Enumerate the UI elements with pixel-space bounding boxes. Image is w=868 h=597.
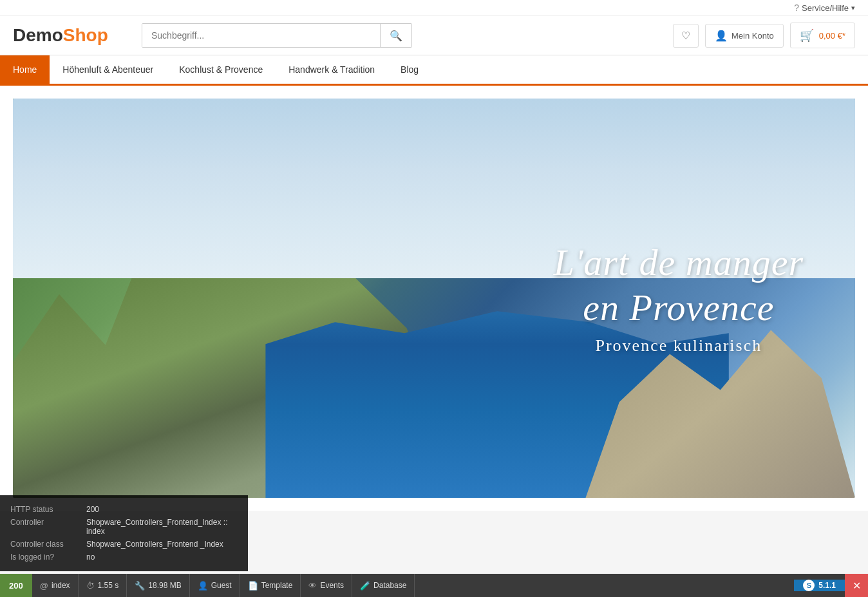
nav-item-home[interactable]: Home <box>0 55 50 86</box>
status-time-label: 1.55 s <box>98 581 119 590</box>
header-actions: ♡ 👤 Mein Konto 🛒 0,00 €* <box>673 23 855 48</box>
debug-panel: HTTP status 200 Controller Shopware_Cont… <box>0 495 248 571</box>
debug-label-http: HTTP status <box>10 505 81 514</box>
debug-row-http: HTTP status 200 <box>10 503 238 516</box>
template-icon: 📄 <box>248 581 258 591</box>
hero-subtitle: Provence kulinarisch <box>554 337 804 356</box>
status-events-label: Events <box>320 581 344 590</box>
header: Demo Shop 🔍 ♡ 👤 Mein Konto 🛒 0,00 €* <box>0 16 868 55</box>
debug-label-logged-in: Is logged in? <box>10 553 81 562</box>
nav-item-handwerk[interactable]: Handwerk & Tradition <box>276 55 388 86</box>
nav-item-hoehenluft[interactable]: Höhenluft & Abenteuer <box>50 55 166 86</box>
status-template-label: Template <box>261 581 293 590</box>
status-template[interactable]: 📄 Template <box>240 574 301 597</box>
debug-row-controller: Controller Shopware_Controllers_Frontend… <box>10 516 238 538</box>
help-icon: ? <box>794 3 799 13</box>
debug-row-controller-class: Controller class Shopware_Controllers_Fr… <box>10 538 238 551</box>
nav-item-kochlust[interactable]: Kochlust & Provence <box>166 55 276 86</box>
debug-row-logged-in: Is logged in? no <box>10 551 238 564</box>
debug-value-logged-in: no <box>86 553 95 562</box>
search-button[interactable]: 🔍 <box>380 24 411 47</box>
main-content: L'art de manger en Provence Provence kul… <box>0 86 868 511</box>
debug-value-controller: Shopware_Controllers_Frontend_Index :: i… <box>86 518 238 536</box>
shopware-badge[interactable]: S 5.1.1 <box>794 580 845 591</box>
user-icon: 👤 <box>198 581 208 591</box>
status-database-label: Database <box>373 581 406 590</box>
account-button[interactable]: 👤 Mein Konto <box>705 24 784 48</box>
status-right: S 5.1.1 ✕ <box>794 574 868 597</box>
status-index-label: index <box>52 581 70 590</box>
chevron-down-icon: ▾ <box>851 4 855 12</box>
search-input[interactable] <box>142 24 380 47</box>
logo-demo-text: Demo <box>13 25 63 46</box>
status-time[interactable]: ⏱ 1.55 s <box>79 574 127 597</box>
person-icon: 👤 <box>715 30 728 42</box>
status-user-label: Guest <box>211 581 232 590</box>
debug-value-http: 200 <box>86 505 99 514</box>
hero-banner: L'art de manger en Provence Provence kul… <box>13 99 855 498</box>
debug-label-controller: Controller <box>10 518 81 536</box>
heart-icon: ♡ <box>681 30 690 41</box>
clock-icon: ⏱ <box>86 581 95 591</box>
cart-price: 0,00 €* <box>819 31 845 41</box>
status-database[interactable]: 🧪 Database <box>352 574 415 597</box>
shopware-s-logo: S <box>803 580 815 591</box>
status-memory[interactable]: 🔧 18.98 MB <box>127 574 189 597</box>
top-bar: ? Service/Hilfe ▾ <box>0 0 868 16</box>
status-events[interactable]: 👁 Events <box>301 574 352 597</box>
debug-label-controller-class: Controller class <box>10 540 81 549</box>
logo[interactable]: Demo Shop <box>13 25 129 46</box>
close-button[interactable]: ✕ <box>845 574 868 597</box>
service-label: Service/Hilfe <box>802 3 849 13</box>
account-label: Mein Konto <box>731 31 774 41</box>
close-icon: ✕ <box>853 580 861 592</box>
status-code-badge: 200 <box>0 574 32 597</box>
main-nav: Home Höhenluft & Abenteuer Kochlust & Pr… <box>0 55 868 86</box>
cart-icon: 🛒 <box>800 28 814 43</box>
search-bar: 🔍 <box>142 23 412 48</box>
status-bar: 200 @ index ⏱ 1.55 s 🔧 18.98 MB 👤 Guest … <box>0 574 868 597</box>
status-memory-label: 18.98 MB <box>148 581 181 590</box>
nav-item-blog[interactable]: Blog <box>388 55 431 86</box>
hero-title: L'art de manger en Provence <box>554 240 804 330</box>
status-user[interactable]: 👤 Guest <box>190 574 240 597</box>
service-help-button[interactable]: ? Service/Hilfe ▾ <box>794 3 855 13</box>
cart-button[interactable]: 🛒 0,00 €* <box>790 23 855 48</box>
shopware-version: 5.1.1 <box>818 581 836 590</box>
search-icon: 🔍 <box>390 30 402 41</box>
wrench-icon: 🔧 <box>135 581 145 591</box>
debug-value-controller-class: Shopware_Controllers_Frontend _Index <box>86 540 223 549</box>
status-index[interactable]: @ index <box>32 574 79 597</box>
at-icon: @ <box>40 581 48 591</box>
database-icon: 🧪 <box>360 581 370 591</box>
eye-icon: 👁 <box>308 581 317 591</box>
logo-shop-text: Shop <box>63 25 108 46</box>
hero-text-overlay: L'art de manger en Provence Provence kul… <box>554 240 804 355</box>
wishlist-button[interactable]: ♡ <box>673 24 699 48</box>
